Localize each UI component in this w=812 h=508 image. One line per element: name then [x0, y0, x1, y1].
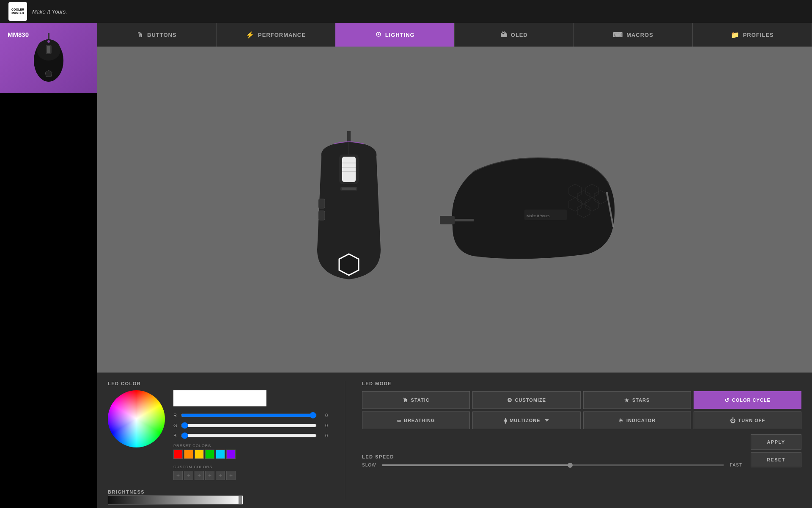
speed-slider-fill — [382, 464, 570, 466]
g-slider[interactable] — [181, 422, 317, 429]
r-slider[interactable] — [181, 411, 317, 419]
nav-tabs: 🖱 BUTTONS ⚡ PERFORMANCE LIGHTING 🏔 OLED … — [97, 23, 812, 47]
color-controls: R 0 G 0 B — [108, 390, 328, 480]
apply-button[interactable]: APPLY — [751, 434, 801, 450]
b-label: B — [173, 433, 178, 438]
mode-static-label: STATIC — [411, 398, 430, 403]
device-image — [27, 33, 70, 84]
oled-icon: 🏔 — [500, 31, 508, 39]
logo-icon: COOLERMASTER — [8, 2, 27, 21]
led-mode-label: LED MODE — [362, 381, 801, 386]
indicator-icon: ☀ — [618, 417, 624, 424]
custom-slot-3[interactable]: + — [195, 471, 204, 480]
tab-oled[interactable]: 🏔 OLED — [455, 23, 574, 47]
preset-orange[interactable] — [184, 450, 193, 459]
customize-icon: ⚙ — [507, 397, 513, 403]
svg-rect-30 — [440, 216, 455, 224]
macros-icon: ⌨ — [613, 31, 623, 39]
main-layout: MM830 🖱 BUTTONS — [0, 23, 812, 508]
logo-area: COOLERMASTER Make It Yours. — [8, 2, 67, 21]
custom-slot-4[interactable]: + — [205, 471, 214, 480]
color-wheel-overlay — [108, 390, 165, 447]
svg-marker-20 — [339, 254, 359, 275]
mode-customize-label: CUSTOMIZE — [515, 398, 546, 403]
mode-turn-off-button[interactable]: ⏻ TURN OFF — [694, 411, 801, 429]
preset-red[interactable] — [173, 450, 183, 459]
tab-oled-label: OLED — [511, 32, 528, 38]
brightness-track[interactable] — [108, 495, 243, 505]
custom-slot-1[interactable]: + — [173, 471, 183, 480]
mode-indicator-label: INDICATOR — [626, 418, 656, 423]
b-row: B 0 — [173, 432, 328, 439]
svg-rect-12 — [342, 157, 356, 182]
preset-yellow[interactable] — [195, 450, 204, 459]
preset-cyan[interactable] — [216, 450, 225, 459]
speed-slider-row: SLOW FAST — [362, 463, 742, 467]
custom-slots: + + + + + + — [173, 471, 328, 480]
performance-icon: ⚡ — [246, 31, 255, 39]
tab-lighting-label: LIGHTING — [385, 32, 415, 38]
r-value: 0 — [319, 413, 328, 418]
brightness-section: BRIGHTNESS — [108, 488, 328, 505]
mode-turn-off-label: TURN OFF — [738, 418, 765, 423]
svg-rect-17 — [342, 188, 356, 190]
mode-stars-label: STARS — [632, 398, 650, 403]
color-wheel[interactable] — [108, 390, 165, 447]
tab-macros[interactable]: ⌨ MACROS — [574, 23, 693, 47]
speed-actions-row: LED SPEED SLOW FAST APPLY — [362, 434, 801, 467]
mode-color-cycle-button[interactable]: ↺ COLOR CYCLE — [694, 391, 801, 409]
multizone-dropdown-icon — [545, 419, 549, 422]
custom-slot-6[interactable]: + — [226, 471, 236, 480]
tab-macros-label: MACROS — [626, 32, 653, 38]
preset-section: PRESET COLORS — [173, 444, 328, 459]
g-label: G — [173, 423, 178, 428]
tab-buttons-label: BUTTONS — [147, 32, 177, 38]
svg-rect-3 — [47, 46, 50, 53]
custom-slot-5[interactable]: + — [216, 471, 225, 480]
color-preview — [173, 390, 266, 406]
profiles-icon: 📁 — [731, 31, 740, 39]
brightness-thumb[interactable] — [239, 496, 242, 504]
r-label: R — [173, 413, 178, 418]
tagline: Make It Yours. — [32, 8, 67, 15]
mode-customize-button[interactable]: ⚙ CUSTOMIZE — [472, 391, 580, 409]
tab-profiles[interactable]: 📁 PROFILES — [693, 23, 812, 47]
speed-thumb[interactable] — [568, 463, 573, 468]
tab-profiles-label: PROFILES — [743, 32, 774, 38]
turn-off-icon: ⏻ — [730, 417, 736, 424]
speed-slider-track[interactable] — [382, 464, 724, 466]
reset-button[interactable]: RESET — [751, 452, 801, 467]
mode-breathing-button[interactable]: ∞ BREATHING — [362, 411, 470, 429]
custom-colors-section: CUSTOM COLORS + + + + + + — [173, 465, 328, 480]
mode-breathing-label: BREATHING — [404, 418, 435, 423]
color-cycle-icon: ↺ — [724, 397, 730, 403]
mode-static-button[interactable]: 🖱 STATIC — [362, 391, 470, 409]
tab-performance-label: PERFORMANCE — [258, 32, 306, 38]
header: COOLERMASTER Make It Yours. — [0, 0, 812, 23]
b-slider[interactable] — [181, 432, 317, 439]
custom-slot-2[interactable]: + — [184, 471, 193, 480]
multizone-icon: ⧫ — [504, 417, 507, 424]
tab-lighting[interactable]: LIGHTING — [335, 23, 455, 47]
led-color-label: LED COLOR — [108, 381, 328, 386]
svg-point-5 — [47, 40, 50, 43]
stars-icon: ★ — [624, 397, 630, 403]
fast-label: FAST — [730, 463, 742, 467]
mode-multizone-button[interactable]: ⧫ MULTIZONE — [472, 411, 580, 429]
mode-stars-button[interactable]: ★ STARS — [583, 391, 691, 409]
brightness-label: BRIGHTNESS — [108, 489, 145, 494]
bottom-panel: LED COLOR R 0 — [97, 373, 812, 508]
mouse-front-view — [292, 131, 406, 288]
device-card[interactable]: MM830 — [0, 23, 97, 93]
tab-performance[interactable]: ⚡ PERFORMANCE — [217, 23, 336, 47]
sidebar: MM830 — [0, 23, 97, 508]
content-area: 🖱 BUTTONS ⚡ PERFORMANCE LIGHTING 🏔 OLED … — [97, 23, 812, 508]
preset-label: PRESET COLORS — [173, 444, 328, 448]
slow-label: SLOW — [362, 463, 376, 467]
tab-buttons[interactable]: 🖱 BUTTONS — [97, 23, 217, 47]
preset-green[interactable] — [205, 450, 214, 459]
svg-rect-19 — [318, 211, 325, 220]
g-row: G 0 — [173, 422, 328, 429]
preset-purple[interactable] — [226, 450, 236, 459]
mode-indicator-button[interactable]: ☀ INDICATOR — [583, 411, 691, 429]
